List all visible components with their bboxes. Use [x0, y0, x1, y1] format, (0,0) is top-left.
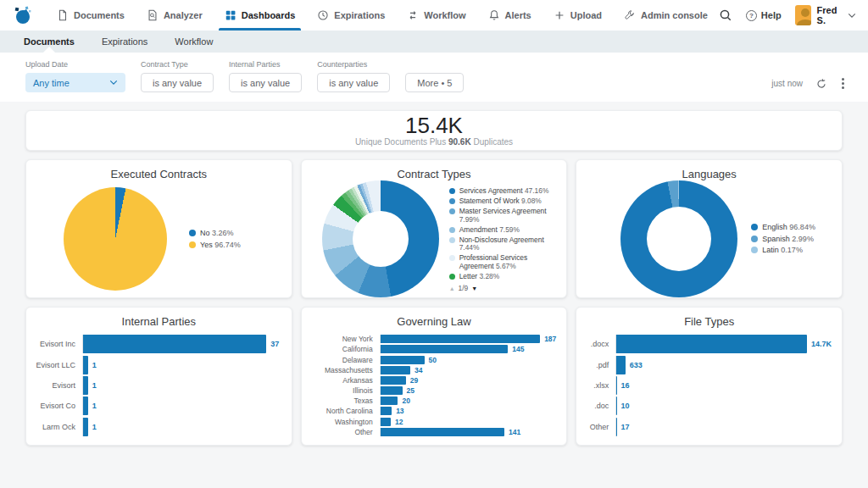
legend-item-yes[interactable]: Yes 96.74% [189, 241, 241, 250]
bar-category-label: Larm Ock [33, 423, 82, 431]
refresh-icon[interactable] [815, 78, 827, 90]
bar-category-label: .pdf [583, 361, 615, 369]
unique-documents-count: 15.4K [405, 114, 463, 137]
filter-label: Contract Type [141, 60, 214, 69]
bar[interactable] [83, 376, 88, 395]
governing-law-card: Governing Law New York187California145De… [301, 307, 568, 446]
workflow-icon [407, 9, 419, 21]
bar-row-arkansas: Arkansas29 [309, 376, 557, 385]
bar-value-label: 145 [512, 345, 524, 353]
bar-row-washington: Washington12 [309, 418, 557, 426]
search-icon[interactable] [719, 8, 732, 22]
bar-track: 141 [380, 428, 557, 436]
legend-item-non-disclosure-agreement[interactable]: Non-Disclosure Agreement 7.44% [449, 236, 551, 253]
bar[interactable] [381, 335, 540, 343]
chart-title: Executed Contracts [26, 168, 292, 180]
legend-item-amendment[interactable]: Amendment 7.59% [449, 226, 551, 235]
alerts-icon [488, 9, 500, 21]
bar[interactable] [83, 418, 88, 436]
user-name: Fred S. [817, 5, 842, 25]
languages-donut[interactable] [620, 180, 737, 297]
legend-item-no[interactable]: No 3.26% [189, 229, 241, 238]
nav-item-label: Upload [570, 10, 602, 20]
summary-prefix: Unique Documents Plus [355, 137, 448, 147]
nav-item-label: Workflow [424, 10, 465, 20]
nav-item-analyzer[interactable]: Analyzer [136, 0, 214, 30]
legend-item-latin[interactable]: Latin 0.17% [751, 246, 815, 255]
bar[interactable] [83, 356, 88, 374]
filter-dropdown-upload-date[interactable]: Any time [25, 73, 125, 92]
nav-item-admin-console[interactable]: Admin console [613, 0, 719, 30]
bar[interactable] [381, 428, 504, 436]
subtab-expirations[interactable]: Expirations [92, 30, 158, 53]
contract-types-donut[interactable] [322, 180, 439, 297]
bar[interactable] [381, 386, 403, 395]
summary-subtitle: Unique Documents Plus 90.6K Duplicates [355, 137, 513, 147]
bar-track: 633 [615, 356, 832, 374]
legend-item-statement-of-work[interactable]: Statement Of Work 9.08% [449, 197, 551, 206]
bar-row-illinois: Illinois25 [309, 386, 557, 395]
nav-item-dashboards[interactable]: Dashboards [214, 0, 307, 30]
legend-text: Master Services Agreement 7.99% [459, 208, 551, 225]
subtab-workflow[interactable]: Workflow [164, 30, 223, 53]
bar[interactable] [381, 418, 391, 426]
executed-contracts-pie[interactable] [64, 187, 167, 291]
nav-item-alerts[interactable]: Alerts [477, 0, 542, 30]
legend-text: Professional Services Agreement 5.67% [459, 254, 551, 271]
bar[interactable] [381, 376, 406, 385]
bar-row-evisort-co: Evisort Co1 [33, 396, 281, 415]
bar[interactable] [616, 335, 807, 353]
chevron-down-icon [109, 80, 118, 86]
nav-item-upload[interactable]: Upload [542, 0, 613, 30]
expirations-icon [317, 9, 329, 21]
bar-row-evisort: Evisort1 [33, 376, 281, 395]
bar-value-label: 50 [429, 356, 437, 364]
page-up-icon[interactable]: ▲ [449, 286, 455, 291]
legend-item-english[interactable]: English 96.84% [751, 223, 815, 232]
nav-item-expirations[interactable]: Expirations [306, 0, 396, 30]
legend-text: No 3.26% [200, 229, 234, 238]
filter-bar: Upload DateAny timeContract Typeis any v… [0, 53, 868, 102]
filter-button-internal-parties[interactable]: is any value [229, 73, 302, 92]
bar-track: 17 [615, 418, 832, 436]
bar-value-label: 12 [395, 418, 403, 426]
bar[interactable] [381, 356, 425, 364]
page-indicator: 1/9 [459, 284, 469, 292]
internal-parties-card: Internal Parties Evisort Inc37Evisort LL… [25, 307, 292, 446]
bar[interactable] [83, 396, 88, 415]
bar[interactable] [381, 345, 509, 353]
bar[interactable] [381, 407, 392, 415]
kebab-menu-icon[interactable] [840, 76, 846, 91]
nav-item-label: Alerts [505, 10, 531, 20]
topbar-right: ? Help Fred S. [719, 5, 856, 25]
legend-item-spanish[interactable]: Spanish 2.99% [751, 235, 815, 244]
legend-item-professional-services-agreement[interactable]: Professional Services Agreement 5.67% [449, 254, 551, 271]
bar[interactable] [616, 356, 625, 374]
bar-track: 1 [82, 376, 281, 395]
bar[interactable] [381, 396, 398, 405]
filter-button-contract-type[interactable]: is any value [141, 73, 214, 92]
legend-item-master-services-agreement[interactable]: Master Services Agreement 7.99% [449, 208, 551, 225]
legend-item-services-agreement[interactable]: Services Agreement 47.16% [449, 187, 551, 196]
legend-swatch [751, 247, 758, 253]
more-filters-button[interactable]: More • 5 [405, 73, 464, 92]
subtab-documents[interactable]: Documents [14, 30, 85, 53]
filter-button-counterparties[interactable]: is any value [317, 73, 390, 92]
bar-category-label: Evisort Co [33, 402, 82, 410]
filter-group-contract-type: Contract Typeis any value [141, 60, 214, 92]
user-menu[interactable]: Fred S. [795, 5, 856, 25]
page-down-icon[interactable]: ▼ [471, 286, 477, 291]
nav-item-workflow[interactable]: Workflow [396, 0, 476, 30]
dashboard-content: 15.4K Unique Documents Plus 90.6K Duplic… [0, 102, 868, 446]
legend-swatch [449, 198, 455, 204]
bar-value-label: 20 [402, 396, 409, 405]
main-nav: DocumentsAnalyzerDashboardsExpirationsWo… [46, 0, 719, 30]
legend-item-letter[interactable]: Letter 3.28% [449, 273, 551, 281]
bar[interactable] [381, 366, 410, 374]
help-button[interactable]: ? Help [746, 10, 782, 21]
nav-item-documents[interactable]: Documents [46, 0, 136, 30]
bar[interactable] [83, 335, 266, 353]
admin-icon [624, 9, 636, 21]
legend-swatch [449, 208, 455, 214]
contract-types-legend: Services Agreement 47.16%Statement Of Wo… [449, 187, 551, 292]
